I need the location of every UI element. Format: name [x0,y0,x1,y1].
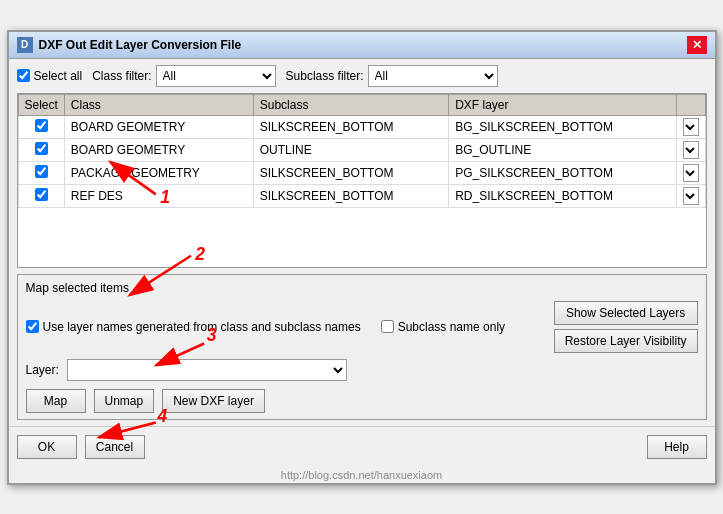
row-check-cell[interactable] [18,138,64,161]
title-bar-left: D DXF Out Edit Layer Conversion File [17,37,242,53]
col-class: Class [64,94,253,115]
row-dxf: BG_OUTLINE [449,138,676,161]
col-dxf: DXF layer [449,94,676,115]
cancel-button[interactable]: Cancel [85,435,145,459]
subclass-filter-group: Subclass filter: All [286,65,498,87]
row-dxf-dropdown[interactable] [683,187,699,205]
select-all-checkbox[interactable] [17,69,30,82]
subclass-filter-select[interactable]: All [368,65,498,87]
map-options-row: Use layer names generated from class and… [26,301,698,353]
class-filter-label: Class filter: [92,69,151,83]
row-dxf: RD_SILKSCREEN_BOTTOM [449,184,676,207]
row-check-cell[interactable] [18,184,64,207]
row-subclass: SILKSCREEN_BOTTOM [253,184,448,207]
row-dxf-dropdown[interactable] [683,164,699,182]
layer-label: Layer: [26,363,59,377]
map-section: Map selected items Use layer names gener… [17,274,707,420]
subclass-only-label[interactable]: Subclass name only [381,320,505,334]
help-button[interactable]: Help [647,435,707,459]
table-row: PACKAGE GEOMETRYSILKSCREEN_BOTTOMPG_SILK… [18,161,705,184]
layer-table: Select Class Subclass DXF layer BOARD GE… [18,94,706,208]
window-icon: D [17,37,33,53]
restore-layer-visibility-button[interactable]: Restore Layer Visibility [554,329,698,353]
table-row: BOARD GEOMETRYOUTLINEBG_OUTLINE [18,138,705,161]
layer-table-container: Select Class Subclass DXF layer BOARD GE… [17,93,707,268]
side-buttons: Show Selected Layers Restore Layer Visib… [554,301,698,353]
row-checkbox[interactable] [35,165,48,178]
map-action-buttons: Map Unmap New DXF layer [26,389,698,413]
subclass-filter-label: Subclass filter: [286,69,364,83]
row-dxf-select-cell[interactable] [676,161,705,184]
new-dxf-layer-button[interactable]: New DXF layer [162,389,265,413]
row-check-cell[interactable] [18,115,64,138]
row-class: BOARD GEOMETRY [64,115,253,138]
row-class: BOARD GEOMETRY [64,138,253,161]
window-title: DXF Out Edit Layer Conversion File [39,38,242,52]
row-checkbox[interactable] [35,119,48,132]
row-checkbox[interactable] [35,142,48,155]
col-scroll [676,94,705,115]
row-class: REF DES [64,184,253,207]
bottom-left-buttons: OK Cancel [17,435,145,459]
table-body: BOARD GEOMETRYSILKSCREEN_BOTTOMBG_SILKSC… [18,115,705,207]
map-section-title: Map selected items [26,281,698,295]
watermark: http://blog.csdn.net/hanxuexiaom [9,467,715,483]
title-bar: D DXF Out Edit Layer Conversion File ✕ [9,32,715,59]
subclass-only-text: Subclass name only [398,320,505,334]
table-row: BOARD GEOMETRYSILKSCREEN_BOTTOMBG_SILKSC… [18,115,705,138]
row-dxf-dropdown[interactable] [683,141,699,159]
row-dxf-select-cell[interactable] [676,138,705,161]
class-filter-group: Class filter: All [92,65,275,87]
select-all-checkbox-label[interactable]: Select all [17,69,83,83]
toolbar: Select all Class filter: All Subclass fi… [9,59,715,93]
subclass-only-checkbox[interactable] [381,320,394,333]
use-layer-names-label[interactable]: Use layer names generated from class and… [26,320,361,334]
select-all-label: Select all [34,69,83,83]
bottom-bar: OK Cancel Help [9,426,715,467]
row-class: PACKAGE GEOMETRY [64,161,253,184]
col-subclass: Subclass [253,94,448,115]
row-dxf: PG_SILKSCREEN_BOTTOM [449,161,676,184]
layer-select[interactable] [67,359,347,381]
row-check-cell[interactable] [18,161,64,184]
row-dxf-dropdown[interactable] [683,118,699,136]
class-filter-select[interactable]: All [156,65,276,87]
table-row: REF DESSILKSCREEN_BOTTOMRD_SILKSCREEN_BO… [18,184,705,207]
row-subclass: SILKSCREEN_BOTTOM [253,161,448,184]
table-header-row: Select Class Subclass DXF layer [18,94,705,115]
ok-button[interactable]: OK [17,435,77,459]
row-checkbox[interactable] [35,188,48,201]
row-dxf-select-cell[interactable] [676,184,705,207]
unmap-button[interactable]: Unmap [94,389,155,413]
main-window: D DXF Out Edit Layer Conversion File ✕ S… [7,30,717,485]
layer-input-row: Layer: [26,359,698,381]
use-layer-names-text: Use layer names generated from class and… [43,320,361,334]
close-button[interactable]: ✕ [687,36,707,54]
row-subclass: OUTLINE [253,138,448,161]
use-layer-names-checkbox[interactable] [26,320,39,333]
map-button[interactable]: Map [26,389,86,413]
show-selected-layers-button[interactable]: Show Selected Layers [554,301,698,325]
row-subclass: SILKSCREEN_BOTTOM [253,115,448,138]
row-dxf: BG_SILKSCREEN_BOTTOM [449,115,676,138]
col-select: Select [18,94,64,115]
row-dxf-select-cell[interactable] [676,115,705,138]
